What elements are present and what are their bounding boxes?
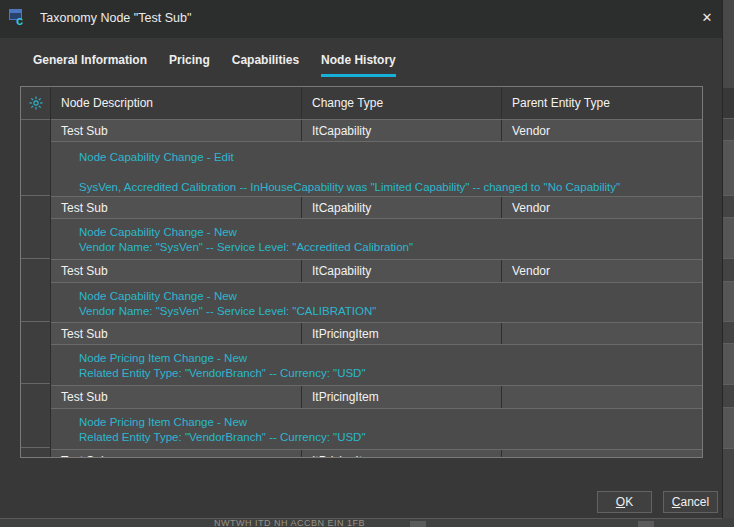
group-gutter-cell [21, 195, 50, 258]
table-row[interactable]: Test Sub ItPricingItem [51, 322, 702, 344]
background-window-bottom-edge: NWTWH ITD NH ACCBN EIN 1FB [0, 518, 734, 527]
dialog-title: Taxonomy Node "Test Sub" [40, 11, 191, 25]
ok-button-label: OK [616, 495, 633, 509]
cell-parent-entity-type [501, 386, 702, 408]
detail-line: Node Pricing Item Change - New [79, 415, 692, 430]
table-row[interactable]: Test Sub ItCapability Vendor [51, 259, 702, 282]
row-detail: Node Pricing Item Change - New Related E… [51, 344, 702, 385]
cell-change-type: ItPricingItem [301, 323, 501, 344]
cell-change-type: ItPricingItem [301, 450, 501, 458]
tab-capabilities[interactable]: Capabilities [232, 53, 299, 77]
tab-pricing[interactable]: Pricing [169, 53, 210, 77]
cell-parent-entity-type: Vendor [501, 197, 702, 218]
cell-change-type: ItCapability [301, 260, 501, 282]
sun-icon [28, 95, 44, 111]
cell-change-type: ItPricingItem [301, 386, 501, 408]
row-detail: Node Pricing Item Change - New Related E… [51, 408, 702, 449]
column-header-node-description[interactable]: Node Description [51, 87, 301, 119]
background-window-right-edge [723, 0, 734, 527]
cell-node-description: Test Sub [51, 323, 301, 344]
cell-change-type: ItCapability [301, 197, 501, 218]
group-gutter-cell [21, 258, 50, 321]
cell-node-description: Test Sub [51, 386, 301, 408]
group-gutter-cell [21, 383, 50, 447]
column-header-change-type[interactable]: Change Type [301, 87, 501, 119]
group-gutter-cell [21, 447, 50, 457]
row-detail: Node Capability Change - Edit SysVen, Ac… [51, 141, 702, 196]
background-window-fragment [638, 521, 654, 527]
table-row[interactable]: Test Sub ItCapability Vendor [51, 119, 702, 141]
cell-node-description: Test Sub [51, 450, 301, 458]
taxonomy-node-dialog: c Taxonomy Node "Test Sub" ✕ General Inf… [0, 0, 723, 519]
cell-parent-entity-type: Vendor [501, 120, 702, 141]
detail-line: Node Capability Change - New [79, 289, 692, 304]
cell-node-description: Test Sub [51, 197, 301, 218]
row-detail: Node Capability Change - New Vendor Name… [51, 218, 702, 259]
cell-parent-entity-type: Vendor [501, 260, 702, 282]
cell-parent-entity-type [501, 450, 702, 458]
tab-general-information[interactable]: General Information [33, 53, 147, 77]
detail-line: Related Entity Type: "VendorBranch" -- C… [79, 430, 692, 445]
detail-line: Node Capability Change - Edit [79, 150, 692, 165]
detail-line: Vendor Name: "SysVen" -- Service Level: … [79, 304, 692, 319]
dialog-titlebar: c Taxonomy Node "Test Sub" ✕ [0, 0, 722, 38]
group-gutter-cell [21, 321, 50, 384]
group-gutter-cell [21, 119, 50, 196]
table-row[interactable]: Test Sub ItPricingItem [51, 385, 702, 408]
table-row[interactable]: Test Sub ItCapability Vendor [51, 196, 702, 218]
background-window-partial-text: NWTWH ITD NH ACCBN EIN 1FB [214, 518, 365, 526]
table-header-row: Node Description Change Type Parent Enti… [51, 87, 702, 119]
column-header-parent-entity-type[interactable]: Parent Entity Type [501, 87, 702, 119]
detail-line: Node Capability Change - New [79, 225, 692, 240]
cell-parent-entity-type [501, 323, 702, 344]
taxonomy-app-icon: c [9, 9, 33, 31]
row-detail: Node Capability Change - New Vendor Name… [51, 282, 702, 322]
cancel-button-label: Cancel [672, 495, 709, 509]
settings-button[interactable] [21, 87, 50, 119]
detail-line: Related Entity Type: "VendorBranch" -- C… [79, 366, 692, 381]
close-icon[interactable]: ✕ [696, 6, 718, 28]
cell-node-description: Test Sub [51, 120, 301, 141]
background-window-fragment [410, 521, 426, 527]
tab-bar: General Information Pricing Capabilities… [33, 53, 396, 77]
cell-change-type: ItCapability [301, 120, 501, 141]
node-history-table: Node Description Change Type Parent Enti… [20, 86, 703, 458]
ok-button[interactable]: OK [597, 491, 652, 513]
detail-line: Node Pricing Item Change - New [79, 351, 692, 366]
table-row[interactable]: Test Sub ItPricingItem [51, 449, 702, 458]
detail-line: SysVen, Accredited Calibration -- InHous… [79, 180, 692, 195]
detail-line: Vendor Name: "SysVen" -- Service Level: … [79, 240, 692, 255]
cell-node-description: Test Sub [51, 260, 301, 282]
cancel-button[interactable]: Cancel [663, 491, 718, 513]
tab-node-history[interactable]: Node History [321, 53, 396, 77]
row-header-gutter [21, 87, 51, 457]
